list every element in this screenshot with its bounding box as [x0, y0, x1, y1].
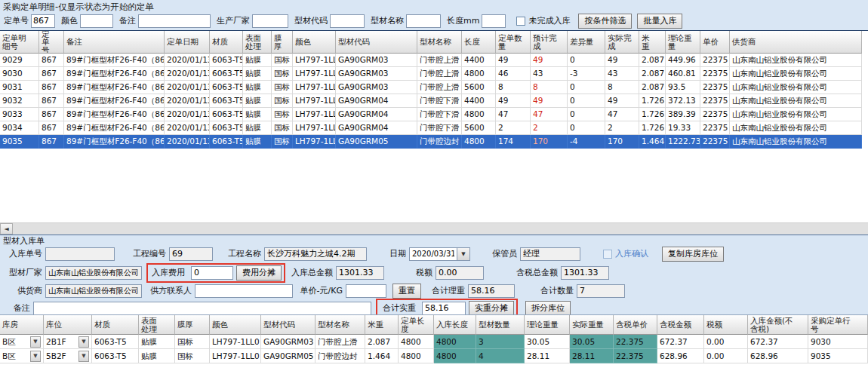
order-cell[interactable]: 6063-T5: [210, 121, 243, 135]
order-cell[interactable]: 2020/01/13: [165, 121, 210, 135]
filter-input-4[interactable]: [330, 14, 365, 28]
stock-cell[interactable]: 9035: [808, 349, 868, 363]
order-cell[interactable]: 89#门框型材F26-F40（866+867）: [64, 108, 165, 121]
batch-inbound-button[interactable]: 批量入库: [637, 14, 682, 29]
order-cell[interactable]: 49: [605, 94, 639, 108]
order-cell[interactable]: 9034: [0, 121, 39, 135]
order-cell[interactable]: 47: [496, 108, 531, 121]
project-no-input[interactable]: [169, 247, 213, 261]
column-header[interactable]: 表面 处理: [243, 31, 272, 54]
stock-cell[interactable]: 2B1F▼: [44, 335, 92, 349]
order-cell[interactable]: 22375: [700, 121, 730, 135]
column-header[interactable]: 入库金额(不 含税): [748, 315, 808, 335]
column-header[interactable]: 定单数 量: [496, 31, 531, 54]
confirm-inbound-checkbox[interactable]: [603, 250, 612, 259]
order-cell[interactable]: 867: [39, 54, 64, 67]
table-row[interactable]: 902986789#门框型材F26-F40（866+867）2020/01/13…: [0, 54, 868, 67]
actual-weight-share-button[interactable]: 实重分摊: [469, 301, 514, 316]
filter-input-5[interactable]: [406, 14, 441, 28]
order-cell[interactable]: 47: [531, 108, 568, 121]
order-cell[interactable]: 国标: [272, 54, 293, 67]
order-cell[interactable]: 5600: [462, 121, 496, 135]
supplier-contact-input[interactable]: [195, 284, 293, 298]
inbound-total-input[interactable]: [336, 266, 384, 280]
order-cell[interactable]: 867: [39, 94, 64, 108]
scrollbar-track[interactable]: [13, 223, 868, 235]
column-header[interactable]: 实际完 成: [605, 31, 639, 54]
stock-cell[interactable]: B区▼: [0, 335, 44, 349]
order-cell[interactable]: 2020/01/13: [165, 94, 210, 108]
order-cell[interactable]: 国标: [272, 67, 293, 81]
order-cell[interactable]: 门带腔上滑: [417, 81, 462, 94]
column-header[interactable]: 定单明 细号: [0, 31, 39, 54]
column-header[interactable]: 供货商: [730, 31, 862, 54]
order-cell[interactable]: 49: [531, 54, 568, 67]
dropdown-arrow-icon[interactable]: ▼: [78, 336, 89, 348]
order-cell[interactable]: 贴膜: [243, 121, 272, 135]
order-cell[interactable]: 6063-T5: [210, 94, 243, 108]
stock-cell[interactable]: 4: [476, 349, 525, 363]
stock-cell[interactable]: 3: [476, 335, 525, 349]
order-cell[interactable]: 2.087: [639, 81, 666, 94]
order-cell[interactable]: 867: [39, 121, 64, 135]
stock-cell[interactable]: 672.37: [748, 335, 808, 349]
order-cell[interactable]: 6063-T5: [210, 54, 243, 67]
order-cell[interactable]: 867: [39, 135, 64, 149]
table-row[interactable]: 903586789#门框型材F26-F40（866+867）2020/01/13…: [0, 135, 868, 149]
column-header[interactable]: 定 单 号: [39, 31, 64, 54]
column-header[interactable]: 型材名称: [315, 315, 365, 335]
stock-cell[interactable]: 30.05: [570, 335, 614, 349]
profile-factory-input[interactable]: [45, 266, 142, 280]
order-cell[interactable]: 6063-T5: [210, 81, 243, 94]
order-cell[interactable]: 22375: [700, 94, 730, 108]
order-cell[interactable]: 0: [568, 54, 605, 67]
split-location-button[interactable]: 拆分库位: [525, 301, 571, 316]
order-cell[interactable]: 贴膜: [243, 54, 272, 67]
stock-cell[interactable]: 4800: [399, 335, 434, 349]
date-input[interactable]: [409, 247, 457, 261]
order-cell[interactable]: GA90GRM05: [336, 135, 417, 149]
order-cell[interactable]: 门带腔边封: [417, 135, 462, 149]
order-cell[interactable]: 6063-T5: [210, 108, 243, 121]
order-cell[interactable]: 89#门框型材F26-F40（866+867）: [64, 121, 165, 135]
order-cell[interactable]: 89#门框型材F26-F40（866+867）: [64, 94, 165, 108]
order-cell[interactable]: GA90GRM03: [336, 67, 417, 81]
order-cell[interactable]: 国标: [272, 121, 293, 135]
column-header[interactable]: 备注: [64, 31, 165, 54]
order-cell[interactable]: 0: [568, 108, 605, 121]
date-dropdown-arrow-icon[interactable]: ▼: [457, 247, 470, 261]
order-cell[interactable]: GA90GRM03: [336, 54, 417, 67]
column-header[interactable]: 型材代码: [261, 315, 315, 335]
stock-cell[interactable]: 628.96: [748, 349, 808, 363]
column-header[interactable]: 含税金额: [657, 315, 704, 335]
order-cell[interactable]: 2.087: [639, 54, 666, 67]
order-cell[interactable]: 1.726: [639, 94, 666, 108]
order-cell[interactable]: LH797-1LL0: [293, 54, 336, 67]
scrollbar-left-arrow-icon[interactable]: ◄: [0, 223, 13, 235]
column-header[interactable]: 含税单价: [614, 315, 657, 335]
order-cell[interactable]: 867: [39, 67, 64, 81]
order-cell[interactable]: 22375: [700, 81, 730, 94]
column-header[interactable]: 理论重 量: [666, 31, 700, 54]
order-cell[interactable]: 2020/01/13: [165, 54, 210, 67]
order-cell[interactable]: 2: [605, 121, 639, 135]
stock-cell[interactable]: 30.05: [525, 335, 570, 349]
stock-cell[interactable]: 0.00: [704, 335, 748, 349]
order-cell[interactable]: GA90GRM04: [336, 121, 417, 135]
order-cell[interactable]: 89#门框型材F26-F40（866+867）: [64, 67, 165, 81]
stock-cell[interactable]: GA90GRM05: [261, 349, 315, 363]
table-row[interactable]: B区▼5B2F▼6063-T5贴膜国标LH797-1LL0GA90GRM05门带…: [0, 349, 868, 363]
order-cell[interactable]: 山东南山铝业股份有限公司: [730, 94, 862, 108]
stock-cell[interactable]: GA90GRM03: [261, 335, 315, 349]
order-cell[interactable]: 9033: [0, 108, 39, 121]
order-cell[interactable]: -4: [568, 135, 605, 149]
order-cell[interactable]: 2020/01/13: [165, 67, 210, 81]
column-header[interactable]: 型材数量: [476, 315, 525, 335]
order-cell[interactable]: 贴膜: [243, 108, 272, 121]
stock-cell[interactable]: 6063-T5: [92, 335, 139, 349]
order-cell[interactable]: 22375: [700, 67, 730, 81]
order-cell[interactable]: 4400: [462, 54, 496, 67]
unit-price-input[interactable]: [346, 284, 386, 298]
order-cell[interactable]: GA90GRM04: [336, 108, 417, 121]
tax-input[interactable]: [436, 266, 484, 280]
